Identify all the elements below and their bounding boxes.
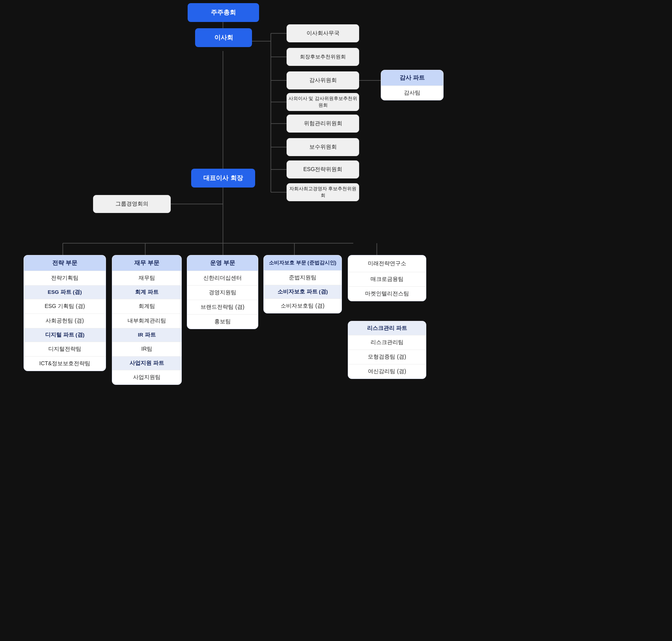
pr-team-item: 홍보팀 (187, 314, 258, 329)
social-contribution-team-item: 사회공헌팀 (겸) (24, 313, 106, 328)
operations-section-header: 운영 부문 (187, 255, 258, 271)
business-support-part-header: 사업지원 파트 (112, 356, 181, 370)
strategy-team-item: 전략기획팀 (24, 271, 106, 285)
internal-accounting-team-item: 내부회계관리팀 (112, 313, 181, 328)
shareholders-box: 주주총회 (188, 3, 259, 22)
esg-part-header: ESG 파트 (겸) (24, 285, 106, 299)
brand-strategy-team-item: 브랜드전략팀 (겸) (187, 300, 258, 314)
outside-director-committee-box: 사외이사 및 감사위원후보추천위원회 (287, 93, 359, 111)
consumer-protection-team-item: 소비자보호팀 (겸) (264, 299, 341, 313)
finance-team-item: 재무팀 (112, 271, 181, 285)
board-office-box: 이사회사무국 (287, 24, 359, 42)
macro-finance-team-item: 매크로금융팀 (348, 272, 426, 286)
audit-part-header: 감사 파트 (381, 70, 443, 86)
accounting-part-header: 회계 파트 (112, 285, 181, 299)
finance-section-header: 재무 부문 (112, 255, 181, 271)
ir-part-header: IR 파트 (112, 328, 181, 342)
board-box: 이사회 (195, 28, 252, 47)
risk-control-part-header: 리스크관리 파트 (348, 321, 426, 335)
chairman-committee-box: 회장후보추천위원회 (287, 48, 359, 66)
accounting-team-item: 회계팀 (112, 299, 181, 313)
consumer-protection-part-header: 소비자보호 파트 (겸) (264, 285, 341, 299)
finance-section-card: 재무 부문 재무팀 회계 파트 회계팀 내부회계관리팀 IR 파트 IR팀 사업… (112, 255, 182, 385)
shinhan-leader-center-item: 신한리더십센터 (187, 271, 258, 285)
management-support-team-item: 경영지원팀 (187, 285, 258, 300)
risk-control-section-card: 리스크관리 파트 리스크관리팀 모형검증팀 (겸) 여신감리팀 (겸) (348, 321, 426, 379)
remuneration-committee-box: 보수위원회 (287, 138, 359, 156)
digital-strategy-team-item: 디지털전략팀 (24, 342, 106, 356)
audit-committee-box: 감사위원회 (287, 71, 359, 89)
market-intelligence-team-item: 마켓인텔리전스팀 (348, 286, 426, 301)
credit-audit-team-item: 여신감리팀 (겸) (348, 364, 426, 379)
audit-team-item: 감사팀 (381, 86, 443, 100)
esg-committee-box: ESG전략위원회 (287, 160, 359, 178)
consumer-protection-section-card: 소비자보호 부문 (준법감시인) 준법지원팀 소비자보호 파트 (겸) 소비자보… (263, 255, 342, 313)
esg-planning-team-item: ESG 기획팀 (겸) (24, 299, 106, 313)
ceo-box: 대표이사 회장 (191, 169, 255, 188)
audit-section-card: 감사 파트 감사팀 (381, 70, 444, 100)
group-council-box: 그룹경영회의 (93, 195, 171, 213)
ict-team-item: ICT&정보보호전략팀 (24, 356, 106, 371)
consumer-protection-section-header: 소비자보호 부문 (준법감시인) (264, 255, 341, 270)
future-strategy-card: 미래전략연구소 매크로금융팀 마켓인텔리전스팀 (348, 255, 426, 301)
compliance-team-item: 준법지원팀 (264, 270, 341, 285)
operations-section-card: 운영 부문 신한리더십센터 경영지원팀 브랜드전략팀 (겸) 홍보팀 (187, 255, 258, 329)
org-chart: 주주총회 이사회 이사회사무국 회장후보추천위원회 감사위원회 사외이사 및 감… (0, 0, 672, 641)
model-validation-team-item: 모형검증팀 (겸) (348, 350, 426, 364)
future-strategy-lab-item: 미래전략연구소 (348, 255, 426, 272)
digital-part-header: 디지털 파트 (겸) (24, 328, 106, 342)
strategy-section-header: 전략 부문 (24, 255, 106, 271)
ceo-committee-box: 자회사최고경영자 후보추천위원회 (287, 183, 359, 201)
risk-committee-box: 위험관리위원회 (287, 115, 359, 133)
ir-team-item: IR팀 (112, 342, 181, 356)
business-support-team-item: 사업지원팀 (112, 370, 181, 384)
risk-control-team-item: 리스크관리팀 (348, 335, 426, 350)
strategy-section-card: 전략 부문 전략기획팀 ESG 파트 (겸) ESG 기획팀 (겸) 사회공헌팀… (24, 255, 106, 371)
